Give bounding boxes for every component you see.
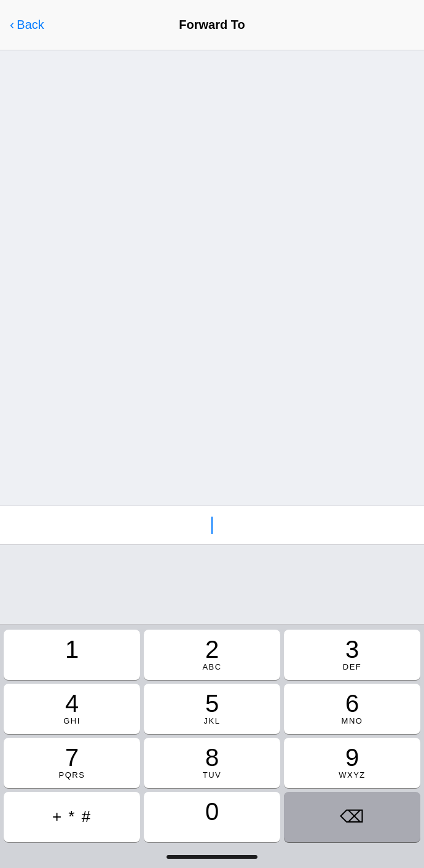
keypad-row-4: + * # 0 ⌫ <box>4 792 420 842</box>
home-bar <box>167 855 257 859</box>
key-4-number: 4 <box>65 691 79 716</box>
key-5-number: 5 <box>205 691 219 716</box>
page-title: Forward To <box>179 18 245 32</box>
key-8-number: 8 <box>205 745 219 770</box>
key-9-number: 9 <box>345 745 359 770</box>
key-7[interactable]: 7 PQRS <box>4 738 140 788</box>
key-5[interactable]: 5 JKL <box>144 684 280 734</box>
keypad-row-2: 4 GHI 5 JKL 6 MNO <box>4 684 420 734</box>
phone-input-row[interactable] <box>0 506 424 545</box>
key-4-letters: GHI <box>63 716 80 725</box>
key-8-letters: TUV <box>203 770 222 780</box>
key-symbols-label: + * # <box>52 808 92 824</box>
key-3[interactable]: 3 DEF <box>284 630 420 680</box>
key-8[interactable]: 8 TUV <box>144 738 280 788</box>
key-1[interactable]: 1 <box>4 630 140 680</box>
key-4[interactable]: 4 GHI <box>4 684 140 734</box>
keypad-row-3: 7 PQRS 8 TUV 9 WXYZ <box>4 738 420 788</box>
key-2[interactable]: 2 ABC <box>144 630 280 680</box>
navigation-bar: ‹ Back Forward To <box>0 0 424 50</box>
key-0-letters <box>210 824 213 834</box>
key-delete[interactable]: ⌫ <box>284 792 420 842</box>
key-9-letters: WXYZ <box>339 770 366 780</box>
back-label: Back <box>17 18 44 32</box>
key-symbols[interactable]: + * # <box>4 792 140 842</box>
delete-icon: ⌫ <box>340 807 364 827</box>
suggestion-area <box>0 545 424 625</box>
key-3-letters: DEF <box>343 662 362 671</box>
key-9[interactable]: 9 WXYZ <box>284 738 420 788</box>
keypad: 1 2 ABC 3 DEF 4 GHI 5 JKL 6 MNO 7 PQRS <box>0 625 424 846</box>
key-7-letters: PQRS <box>59 770 85 780</box>
home-indicator <box>0 846 424 868</box>
key-1-number: 1 <box>65 637 79 662</box>
key-2-number: 2 <box>205 637 219 662</box>
key-5-letters: JKL <box>204 716 221 725</box>
key-3-number: 3 <box>345 637 359 662</box>
key-0-number: 0 <box>205 799 219 824</box>
key-6[interactable]: 6 MNO <box>284 684 420 734</box>
key-0[interactable]: 0 <box>144 792 280 842</box>
key-6-letters: MNO <box>342 716 363 725</box>
keypad-row-1: 1 2 ABC 3 DEF <box>4 630 420 680</box>
key-2-letters: ABC <box>202 662 221 671</box>
text-cursor <box>211 517 213 534</box>
content-area <box>0 50 424 506</box>
back-button[interactable]: ‹ Back <box>10 18 44 32</box>
key-1-letters <box>70 662 73 671</box>
key-6-number: 6 <box>345 691 359 716</box>
chevron-left-icon: ‹ <box>10 18 14 32</box>
key-7-number: 7 <box>65 745 79 770</box>
